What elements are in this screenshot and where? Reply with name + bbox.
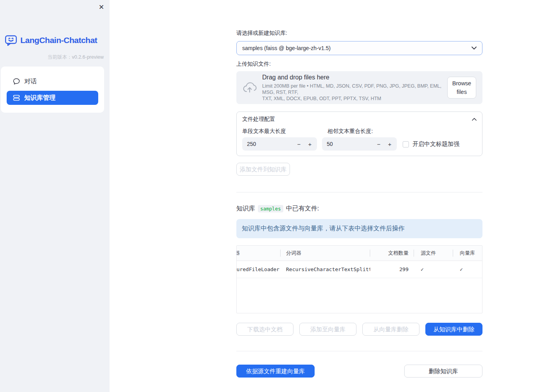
col-header-loader: 文档加载器 xyxy=(237,250,281,257)
version-text: 当前版本：v0.2.6-preview xyxy=(47,54,104,61)
dropzone-text: Drag and drop files here Limit 200MB per… xyxy=(262,74,447,102)
delete-from-kb-button[interactable]: 从知识库中删除 xyxy=(425,323,482,336)
chunk-overlap-input[interactable]: 50 − + xyxy=(322,137,397,151)
checkbox-label[interactable]: 开启中文标题加强 xyxy=(412,140,459,148)
sidebar-item-label: 知识库管理 xyxy=(24,94,56,102)
delete-from-vector-store-button[interactable]: 从向量库删除 xyxy=(362,323,419,336)
main-content: 请选择或新建知识库: samples (faiss @ bge-large-zh… xyxy=(110,0,540,392)
decrement-button[interactable]: − xyxy=(293,141,304,147)
delete-kb-button[interactable]: 删除知识库 xyxy=(404,365,482,378)
cell-source-file-check: ✓ xyxy=(414,266,453,272)
cell-value: UnstructuredFileLoader xyxy=(237,266,279,272)
info-banner: 知识库中包含源文件与向量库，请从下表中选择文件后操作 xyxy=(236,219,482,238)
stack-icon xyxy=(13,94,20,101)
cell-value: RecursiveCharacterTextSplitter xyxy=(286,266,370,272)
increment-button[interactable]: + xyxy=(384,141,395,147)
file-action-buttons: 下载选中文档 添加至向量库 从向量库删除 从知识库中删除 xyxy=(236,323,482,336)
expander-header[interactable]: 文件处理配置 xyxy=(237,112,482,126)
dropzone-limit-text: Limit 200MB per file • HTML, MD, JSON, C… xyxy=(262,83,447,102)
checkbox-unchecked[interactable] xyxy=(403,141,409,147)
expander-title: 文件处理配置 xyxy=(242,116,275,123)
files-table[interactable]: 文档加载器 分词器 文档数量 源文件 向量库 UnstructuredFileL… xyxy=(236,245,482,313)
table-row[interactable]: UnstructuredFileLoader RecursiveCharacte… xyxy=(237,261,482,278)
col-header-label: 文档加载器 xyxy=(237,250,240,257)
decrement-button[interactable]: − xyxy=(373,141,384,147)
version-value: v0.2.6-preview xyxy=(72,54,104,60)
chunk-overlap-value: 50 xyxy=(327,141,373,147)
checkmark: ✓ xyxy=(421,266,424,272)
rebuild-vector-store-button[interactable]: 依据源文件重建向量库 xyxy=(236,365,315,378)
chevron-up-icon xyxy=(472,118,477,121)
increment-button[interactable]: + xyxy=(304,141,315,147)
chunk-size-input[interactable]: 250 − + xyxy=(242,137,317,151)
col-header-doc-count: 文档数量 xyxy=(370,250,414,257)
chunk-overlap-label: 相邻文本重合长度: xyxy=(322,128,412,135)
kb-files-suffix: 中已有文件: xyxy=(286,205,319,213)
file-dropzone[interactable]: Drag and drop files here Limit 200MB per… xyxy=(236,71,482,104)
kb-files-prefix: 知识库 xyxy=(236,205,255,213)
download-selected-button[interactable]: 下载选中文档 xyxy=(236,323,293,336)
kb-select[interactable]: samples (faiss @ bge-large-zh-v1.5) xyxy=(236,41,482,55)
col-header-vector-store: 向量库 xyxy=(453,250,481,257)
sidebar-close-icon[interactable]: ✕ xyxy=(96,2,106,13)
col-header-label: 分词器 xyxy=(286,250,301,256)
col-header-label: 源文件 xyxy=(421,250,436,256)
divider xyxy=(236,192,482,192)
sidebar-menu: 对话 知识库管理 xyxy=(1,67,104,113)
kb-select-label: 请选择或新建知识库: xyxy=(236,30,482,37)
col-header-source-file: 源文件 xyxy=(414,250,453,257)
dropzone-limit-line2: TXT, XML, DOCX, EPUB, ODT, PPT, PPTX, TS… xyxy=(262,96,381,101)
add-to-vector-store-button[interactable]: 添加至向量库 xyxy=(299,323,356,336)
cell-splitter: RecursiveCharacterTextSplitter xyxy=(281,266,370,272)
dropzone-limit-line1: Limit 200MB per file • HTML, MD, JSON, C… xyxy=(262,83,441,95)
app-logo: LangChain-Chatchat xyxy=(5,34,97,47)
chunk-size-value: 250 xyxy=(247,141,293,147)
col-header-label: 向量库 xyxy=(460,250,475,256)
dropzone-title: Drag and drop files here xyxy=(262,74,447,81)
chevron-down-icon xyxy=(472,47,477,50)
chat-bubble-icon xyxy=(13,78,20,85)
col-header-splitter: 分词器 xyxy=(281,250,370,257)
sidebar-item-knowledge-base[interactable]: 知识库管理 xyxy=(7,91,98,105)
divider xyxy=(236,351,482,351)
sidebar-item-label: 对话 xyxy=(24,77,37,86)
info-text: 知识库中包含源文件与向量库，请从下表中选择文件后操作 xyxy=(242,225,405,233)
browse-files-button[interactable]: Browse files xyxy=(447,77,476,99)
table-header-row: 文档加载器 分词器 文档数量 源文件 向量库 xyxy=(237,246,482,261)
kb-files-heading: 知识库 samples 中已有文件: xyxy=(236,205,482,213)
cell-vector-store-check: ✓ xyxy=(453,266,481,272)
kb-name-code: samples xyxy=(258,205,283,212)
cell-value: 299 xyxy=(400,266,409,272)
version-label: 当前版本： xyxy=(47,54,72,60)
chunk-size-label: 单段文本最大长度: xyxy=(242,128,286,135)
zh-title-enhance-checkbox-row[interactable]: 开启中文标题加强 xyxy=(403,140,459,148)
col-header-label: 文档数量 xyxy=(388,250,409,256)
kb-select-value: samples (faiss @ bge-large-zh-v1.5) xyxy=(242,45,472,51)
checkmark: ✓ xyxy=(460,266,463,272)
logo-chat-smiley-icon xyxy=(5,34,17,47)
cloud-upload-icon xyxy=(243,82,257,94)
upload-label: 上传知识文件: xyxy=(236,61,482,68)
app-title: LangChain-Chatchat xyxy=(20,36,97,45)
cell-doc-count: 299 xyxy=(370,266,414,272)
add-files-to-kb-button[interactable]: 添加文件到知识库 xyxy=(236,163,290,176)
expander-body: 单段文本最大长度: 相邻文本重合长度: 250 − + 50 − + 开启中文标… xyxy=(237,126,482,156)
sidebar: ✕ LangChain-Chatchat 当前版本：v0.2.6-preview… xyxy=(0,0,110,392)
sidebar-item-dialogue[interactable]: 对话 xyxy=(7,74,98,88)
file-config-expander: 文件处理配置 单段文本最大长度: 相邻文本重合长度: 250 − + 50 − … xyxy=(236,111,482,156)
cell-loader: UnstructuredFileLoader xyxy=(237,266,281,272)
